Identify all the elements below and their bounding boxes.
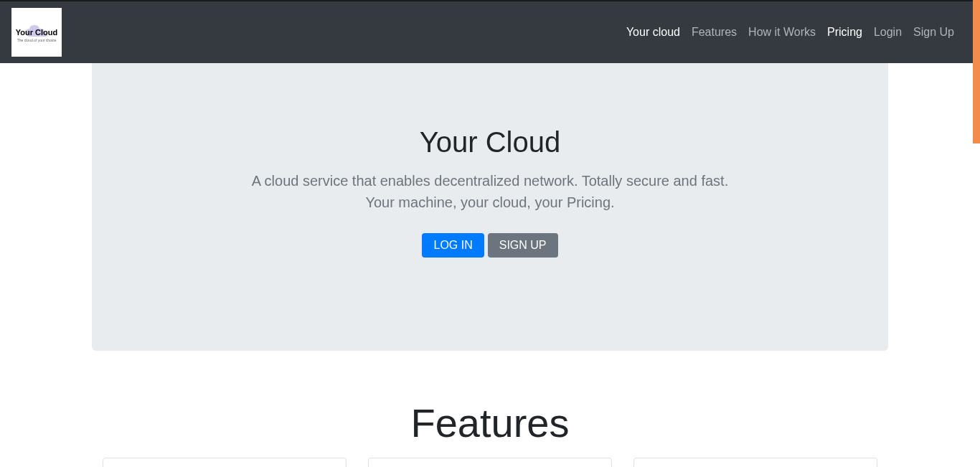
nav-signup[interactable]: Sign Up: [913, 26, 954, 39]
nav-links: Your cloud Features How it Works Pricing…: [626, 26, 969, 39]
feature-card-decentralized: Decentralized The cloud server is hosted…: [103, 458, 347, 467]
hero-section: Your Cloud A cloud service that enables …: [92, 63, 888, 351]
hero-subtitle-line2: Your machine, your cloud, your Pricing.: [365, 194, 614, 210]
nav-how-it-works[interactable]: How it Works: [748, 26, 816, 39]
nav-pricing[interactable]: Pricing: [827, 26, 862, 39]
scrollbar-thumb[interactable]: [973, 0, 980, 143]
nav-your-cloud[interactable]: Your cloud: [626, 26, 680, 39]
main-container: Your Cloud A cloud service that enables …: [92, 63, 888, 467]
signup-button[interactable]: SIGN UP: [488, 233, 558, 258]
nav-features[interactable]: Features: [692, 26, 737, 39]
logo-text: Your Cloud: [16, 28, 57, 37]
hero-subtitle-line1: A cloud service that enables decentraliz…: [252, 173, 728, 189]
features-section: Features Decentralized The cloud server …: [92, 400, 888, 467]
hero-title: Your Cloud: [106, 126, 874, 159]
hero-subtitle: A cloud service that enables decentraliz…: [106, 170, 874, 213]
login-button[interactable]: LOG IN: [422, 233, 484, 258]
feature-heading: Faster Data Transfer: [649, 464, 862, 467]
feature-heading: Decentralized: [118, 464, 331, 467]
features-grid: Decentralized The cloud server is hosted…: [92, 458, 888, 467]
nav-login[interactable]: Login: [874, 26, 902, 39]
features-title: Features: [92, 400, 888, 446]
navbar: Your Cloud The cloud of your choice Your…: [0, 1, 980, 63]
feature-card-faster: Faster Data Transfer Faster uploading an…: [633, 458, 877, 467]
hero-buttons: LOG IN SIGN UP: [106, 233, 874, 258]
logo-subtext: The cloud of your choice: [17, 38, 56, 42]
feature-card-encrypted: Fully Encrypted An encryption system wit…: [368, 458, 612, 467]
feature-heading: Fully Encrypted: [383, 464, 597, 467]
logo[interactable]: Your Cloud The cloud of your choice: [11, 8, 62, 57]
